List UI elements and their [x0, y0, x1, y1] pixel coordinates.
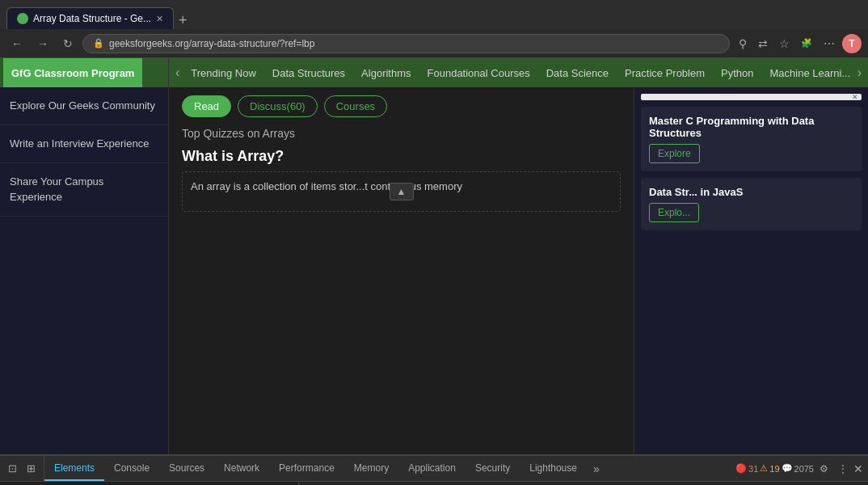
devtools-inspect-btn[interactable]: ⊞: [23, 461, 39, 476]
tab-favicon: [17, 13, 28, 24]
tab-sources[interactable]: Sources: [159, 456, 214, 481]
content-area: GfG Classroom Program Explore Our Geeks …: [0, 58, 868, 454]
tab-memory[interactable]: Memory: [344, 456, 398, 481]
web-area: ‹ Trending Now Data Structures Algorithm…: [169, 58, 868, 454]
top-nav: ‹ Trending Now Data Structures Algorithm…: [169, 58, 868, 87]
nav-item-foundational[interactable]: Foundational Courses: [419, 58, 538, 87]
warning-icon: ⚠: [760, 463, 768, 474]
article-body-text: An array is a collection of items stor..…: [191, 180, 462, 192]
nav-item-datastructures[interactable]: Data Structures: [264, 58, 353, 87]
browser-actions: ⚲ ⇄ ☆ 🧩 ⋯ T: [735, 34, 862, 53]
nav-item-datascience[interactable]: Data Science: [538, 58, 617, 87]
styles-tab-properties[interactable]: Properties: [664, 482, 736, 485]
discuss-btn[interactable]: Discuss(60): [238, 95, 318, 117]
card-1-title: Master C Programming with Data Structure…: [649, 115, 853, 139]
devtools-more-tabs-btn[interactable]: »: [587, 456, 606, 481]
reload-btn[interactable]: ↻: [58, 34, 78, 53]
tab-performance[interactable]: Performance: [269, 456, 344, 481]
warning-count: 19: [769, 464, 779, 474]
article-subtitle: Top Quizzes on Arrays: [182, 127, 621, 140]
tab-close-btn[interactable]: ✕: [156, 14, 163, 24]
url-bar[interactable]: 🔒 geeksforgeeks.org/array-data-structure…: [82, 34, 730, 53]
menu-btn[interactable]: ⋯: [820, 35, 839, 53]
courses-btn[interactable]: Courses: [324, 95, 387, 117]
tab-elements[interactable]: Elements: [44, 456, 104, 481]
new-tab-btn[interactable]: +: [174, 12, 192, 29]
tab-application[interactable]: Application: [398, 456, 466, 481]
nav-item-python[interactable]: Python: [713, 58, 761, 87]
active-tab[interactable]: Array Data Structure - Ge... ✕: [6, 7, 174, 29]
article-title: What is Array?: [182, 148, 621, 165]
url-text: geeksforgeeks.org/array-data-structure/?…: [109, 38, 314, 49]
devtools-icons: ⊡ ⊞: [0, 456, 44, 481]
tab-security[interactable]: Security: [466, 456, 520, 481]
share-btn[interactable]: ⇄: [754, 35, 772, 53]
nav-item-practice[interactable]: Practice Problem: [617, 58, 713, 87]
card-2-title: Data Str... in JavaS: [649, 186, 853, 198]
tab-lighthouse[interactable]: Lighthouse: [520, 456, 587, 481]
read-btn[interactable]: Read: [182, 95, 231, 117]
bookmark-btn[interactable]: ☆: [775, 35, 794, 53]
styles-tab-computed[interactable]: Computed: [351, 482, 413, 485]
url-lock-icon: 🔒: [93, 38, 104, 48]
devtools-more-btn[interactable]: ⋮: [834, 461, 852, 477]
back-btn[interactable]: ←: [6, 34, 27, 53]
styles-sub-tabs: Styles Computed Layout Event Listeners D…: [299, 482, 868, 485]
nav-left-arrow[interactable]: ‹: [172, 61, 183, 85]
devtools-tabs-bar: ⊡ ⊞ Elements Console Sources Network Per…: [0, 456, 868, 482]
styles-tab-event-listeners[interactable]: Event Listeners: [464, 482, 563, 485]
extensions-btn[interactable]: 🧩: [797, 36, 816, 51]
styles-tab-styles[interactable]: Styles: [299, 482, 351, 485]
devtools-actions: 🔴 31 ⚠ 19 💬 2075 ⚙ ⋮ ✕: [731, 456, 868, 481]
right-panel: ✕ Master C Programming with Data Structu…: [634, 87, 868, 454]
card-1-explore-btn[interactable]: Explore: [649, 144, 700, 163]
forward-btn[interactable]: →: [32, 34, 53, 53]
nav-item-trending[interactable]: Trending Now: [183, 58, 263, 87]
browser-controls: ← → ↻ 🔒 geeksforgeeks.org/array-data-str…: [0, 29, 868, 58]
card-2-explore-btn[interactable]: Explo...: [649, 203, 699, 222]
nav-item-ml[interactable]: Machine Learni...: [762, 58, 854, 87]
devtools: ⊡ ⊞ Elements Console Sources Network Per…: [0, 454, 868, 485]
sidebar-item-interview[interactable]: Write an Interview Experience: [0, 125, 168, 163]
styles-tab-accessibility[interactable]: Accessibility: [736, 482, 825, 485]
avatar[interactable]: T: [842, 34, 862, 53]
nav-right-arrow[interactable]: ›: [854, 61, 865, 85]
search-btn[interactable]: ⚲: [735, 35, 751, 53]
tab-console[interactable]: Console: [104, 456, 159, 481]
elements-panel: ▼ <ul class="header-main__list"> · <span…: [0, 482, 299, 485]
styles-tab-layout[interactable]: Layout: [413, 482, 465, 485]
info-icon: 💬: [782, 463, 793, 474]
sidebar-item-community[interactable]: Explore Our Geeks Community: [0, 87, 168, 125]
error-icon: 🔴: [735, 463, 747, 474]
nav-item-algorithms[interactable]: Algorithms: [353, 58, 419, 87]
nav-brand[interactable]: GfG Classroom Program: [3, 58, 142, 87]
card-1: Master C Programming with Data Structure…: [641, 107, 862, 171]
devtools-close-btn[interactable]: ✕: [853, 462, 863, 475]
article-body: An array is a collection of items stor..…: [182, 171, 621, 212]
devtools-tabs: Elements Console Sources Network Perform…: [44, 456, 731, 481]
styles-tab-dom-breakpoints[interactable]: DOM Breakpoints: [564, 482, 664, 485]
devtools-pointer-btn[interactable]: ⊡: [5, 461, 20, 476]
card-2: Data Str... in JavaS Explo...: [641, 178, 862, 230]
devtools-settings-btn[interactable]: ⚙: [815, 461, 832, 477]
ad-banner-top: ✕: [641, 94, 862, 100]
article-actions: Read Discuss(60) Courses: [182, 95, 621, 117]
scroll-up-btn[interactable]: ▲: [390, 183, 414, 200]
ad-x[interactable]: ✕: [852, 93, 858, 101]
article-area: Read Discuss(60) Courses Top Quizzes on …: [169, 87, 634, 454]
nav-items: Trending Now Data Structures Algorithms …: [183, 58, 853, 87]
tab-title: Array Data Structure - Ge...: [33, 13, 151, 24]
info-count: 2075: [794, 464, 814, 474]
styles-panel: Styles Computed Layout Event Listeners D…: [299, 482, 868, 485]
devtools-content: ▼ <ul class="header-main__list"> · <span…: [0, 482, 868, 485]
main-with-cards: Read Discuss(60) Courses Top Quizzes on …: [169, 87, 868, 454]
nav-bar: GfG Classroom Program: [0, 58, 168, 87]
tab-network[interactable]: Network: [214, 456, 269, 481]
error-count: 31: [748, 464, 758, 474]
sidebar: GfG Classroom Program Explore Our Geeks …: [0, 58, 169, 454]
tab-bar: Array Data Structure - Ge... ✕ +: [0, 0, 868, 29]
sidebar-item-campus[interactable]: Share Your Campus Experience: [0, 163, 168, 216]
